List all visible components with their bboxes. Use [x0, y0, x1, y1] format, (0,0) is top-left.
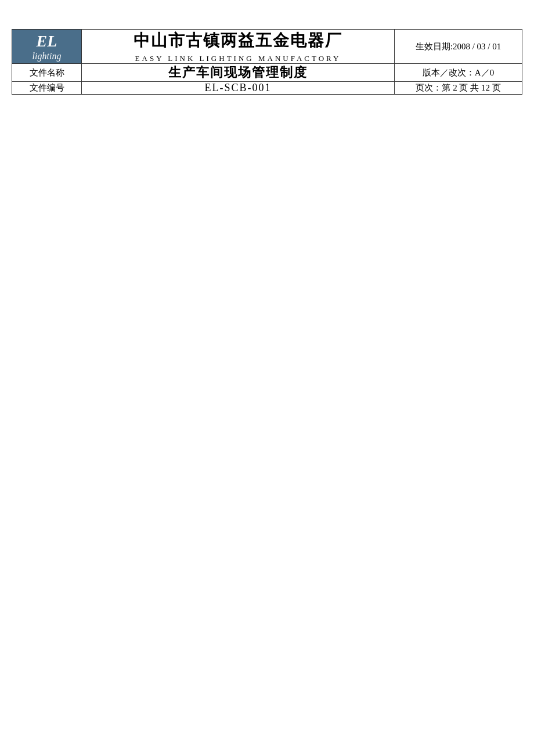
doc-name-label: 文件名称 [12, 64, 82, 82]
doc-number-value: EL-SCB-001 [82, 82, 395, 95]
page-container: EL lighting 中山市古镇两益五金电器厂 EASY LINK LIGHT… [12, 29, 522, 675]
header-table: EL lighting 中山市古镇两益五金电器厂 EASY LINK LIGHT… [12, 29, 522, 95]
company-name-zh: 中山市古镇两益五金电器厂 [82, 30, 394, 52]
logo-lighting: lighting [12, 51, 81, 62]
logo-el: EL [12, 31, 81, 51]
doc-number-label: 文件编号 [12, 82, 82, 95]
page-info-cell: 页次：第 2 页 共 12 页 [395, 82, 522, 95]
doc-name-value: 生产车间现场管理制度 [82, 64, 395, 82]
effective-date-cell: 生效日期:2008 / 03 / 01 [395, 30, 522, 64]
company-name-en: EASY LINK LIGHTING MANUFACTORY [82, 54, 394, 63]
version-cell: 版本／改次：A／0 [395, 64, 522, 82]
content-area [12, 95, 522, 675]
logo-cell: EL lighting [12, 30, 82, 64]
effective-date-text: 生效日期:2008 / 03 / 01 [416, 42, 501, 51]
page-info-text: 页次：第 2 页 共 12 页 [416, 83, 500, 92]
version-text: 版本／改次：A／0 [423, 68, 494, 77]
company-name-cell: 中山市古镇两益五金电器厂 EASY LINK LIGHTING MANUFACT… [82, 30, 395, 64]
